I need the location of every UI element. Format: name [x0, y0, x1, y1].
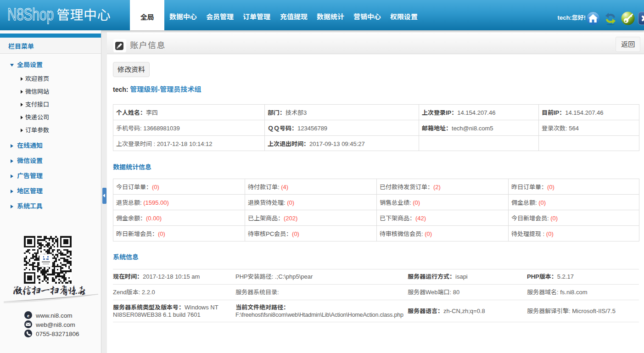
svg-text:N8Shop: N8Shop: [7, 6, 54, 24]
svg-text:e: e: [27, 313, 29, 318]
svg-text:管理中心: 管理中心: [56, 6, 111, 23]
